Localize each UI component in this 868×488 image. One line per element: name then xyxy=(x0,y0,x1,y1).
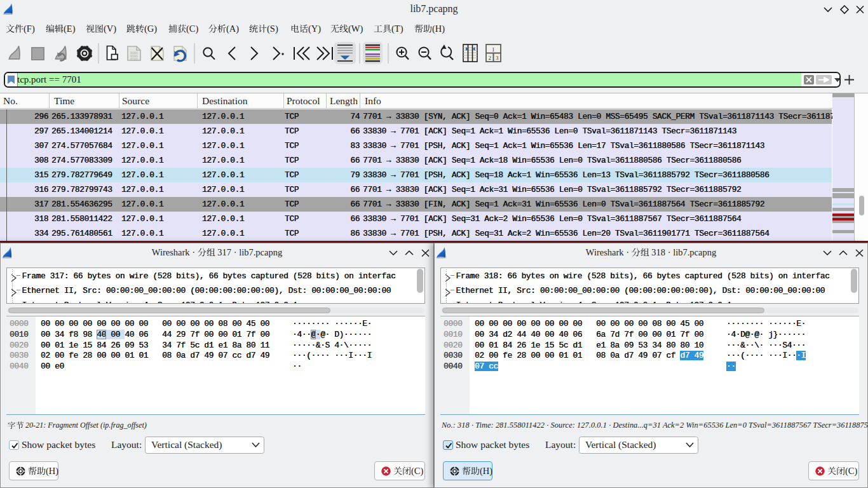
svg-text:2: 2 xyxy=(489,55,492,61)
svg-text:0101: 0101 xyxy=(130,58,138,62)
svg-text:1: 1 xyxy=(492,46,495,53)
svg-text:3: 3 xyxy=(496,55,499,61)
